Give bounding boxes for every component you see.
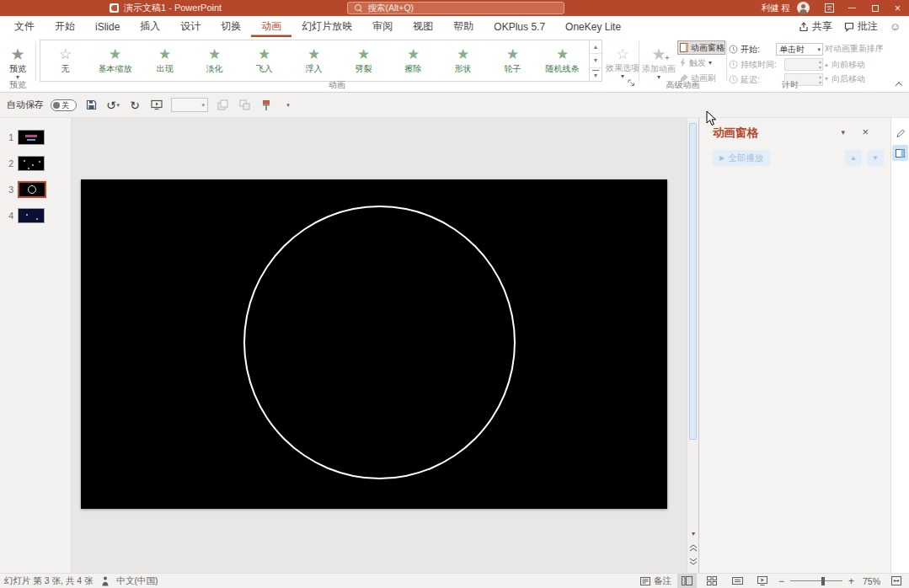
animation-shape[interactable]: ★ 形状 [438, 40, 488, 81]
timing-group-label: 计时 [727, 79, 853, 91]
gallery-scroll-down-button[interactable]: ▾ [590, 54, 602, 67]
start-label: 开始: [741, 44, 760, 56]
notes-button[interactable]: 备注 [640, 575, 671, 587]
powerpoint-window: 演示文稿1 - PowerPoint 搜索(Alt+Q) 利健 程 × 文件 开… [0, 0, 909, 588]
pane-options-chevron-icon[interactable]: ▾ [841, 128, 845, 136]
slide-3-thumbnail[interactable] [18, 181, 46, 198]
user-avatar[interactable] [797, 2, 810, 14]
tab-design[interactable]: 设计 [170, 16, 211, 37]
tab-file[interactable]: 文件 [4, 16, 45, 37]
zoom-slider[interactable] [790, 576, 842, 586]
scrollbar-thumb[interactable] [689, 123, 697, 440]
animation-random-bars[interactable]: ★ 随机线条 [537, 40, 587, 81]
trigger-button[interactable]: 触发 ▾ [677, 56, 725, 70]
side-strip [890, 118, 909, 573]
redo-button[interactable]: ↻ [127, 97, 142, 114]
animation-basic-zoom[interactable]: ★ 基本缩放 [90, 40, 140, 81]
feedback-smiley-icon[interactable]: ☺ [890, 20, 901, 33]
tab-transitions[interactable]: 切换 [211, 16, 251, 37]
slide-4-row[interactable]: 4 [0, 205, 71, 227]
slide-2-thumbnail[interactable] [18, 156, 45, 171]
minimize-button[interactable] [841, 0, 864, 16]
animation-wheel[interactable]: ★ 轮子 [488, 40, 537, 81]
duration-spinner[interactable]: ▴▾ [784, 58, 823, 71]
zoom-out-button[interactable]: − [778, 576, 784, 586]
normal-view-button[interactable] [677, 574, 697, 588]
scroll-down-button[interactable]: ▾ [687, 527, 699, 539]
group-objects-button[interactable] [237, 97, 252, 114]
reorder-down-button[interactable]: ▼ [867, 150, 884, 166]
tab-insert[interactable]: 插入 [130, 16, 170, 37]
tab-islide[interactable]: iSlide [85, 16, 130, 37]
tab-help[interactable]: 帮助 [443, 16, 484, 37]
animation-wipe[interactable]: ★ 擦除 [388, 40, 438, 81]
animation-dialog-launcher[interactable] [628, 78, 635, 89]
undo-button[interactable]: ↺ ▾ [105, 97, 120, 114]
entrance-star-icon: ★ [258, 47, 270, 62]
maximize-button[interactable] [864, 0, 886, 16]
share-button[interactable]: 共享 [799, 19, 832, 34]
slideshow-view-button[interactable] [753, 574, 773, 588]
arrange-objects-button[interactable] [215, 97, 230, 114]
format-painter-button[interactable] [259, 97, 274, 114]
active-pane-tab-button[interactable] [892, 145, 908, 161]
tab-slideshow[interactable]: 幻灯片放映 [291, 16, 362, 37]
animation-pane: 动画窗格 ▾ × ▶ 全部播放 ▲ ▼ [698, 118, 890, 573]
start-slideshow-button[interactable] [149, 97, 164, 114]
collapse-ribbon-button[interactable] [894, 80, 904, 88]
close-button[interactable]: × [886, 0, 909, 16]
slide-editing-area[interactable] [72, 118, 687, 573]
chevron-up-icon [896, 82, 902, 88]
move-earlier-button[interactable]: ▴ 向前移动 [825, 58, 909, 71]
next-slide-button[interactable] [687, 555, 699, 567]
customize-qat-button[interactable]: ▾ [281, 97, 296, 114]
tab-onekey-lite[interactable]: OneKey Lite [555, 16, 631, 37]
search-box[interactable]: 搜索(Alt+Q) [347, 2, 564, 14]
autosave-label: 自动保存 [7, 99, 44, 111]
start-dropdown[interactable]: 单击时 ▾ [776, 43, 823, 56]
ribbon-display-options-button[interactable] [818, 0, 841, 16]
animation-appear[interactable]: ★ 出现 [140, 40, 190, 81]
tab-view[interactable]: 视图 [403, 16, 443, 37]
slide-number: 4 [0, 211, 13, 221]
language-indicator[interactable]: 中文(中国) [117, 575, 158, 587]
fit-slide-to-window-button[interactable] [886, 574, 906, 588]
tab-home[interactable]: 开始 [45, 16, 85, 37]
save-button[interactable] [83, 97, 99, 114]
share-icon [799, 22, 809, 32]
previous-slide-button[interactable] [687, 542, 699, 553]
autosave-toggle[interactable]: 关 [51, 99, 77, 111]
user-name[interactable]: 利健 程 [762, 3, 790, 14]
slide-canvas[interactable] [81, 179, 667, 509]
slide-thumbnails-panel: 1 2 3 4 [0, 118, 72, 573]
slide-sorter-view-button[interactable] [703, 574, 722, 588]
slide-4-thumbnail[interactable] [18, 208, 45, 223]
animation-split[interactable]: ★ 劈裂 [339, 40, 388, 81]
tab-animations[interactable]: 动画 [251, 16, 291, 37]
pane-close-icon[interactable]: × [862, 126, 869, 138]
vertical-scrollbar[interactable]: ▾ [687, 118, 698, 573]
play-all-button[interactable]: ▶ 全部播放 [713, 150, 770, 166]
reorder-up-button[interactable]: ▲ [845, 150, 862, 166]
slide-2-row[interactable]: 2 [0, 152, 71, 174]
animation-pane-toggle-button[interactable]: 动画窗格 [677, 40, 725, 55]
comments-button[interactable]: 批注 [844, 19, 878, 34]
animation-fly-in[interactable]: ★ 飞入 [239, 40, 289, 81]
pencil-icon[interactable] [896, 128, 906, 138]
tab-okplus[interactable]: OKPlus 5.7 [484, 16, 555, 37]
qat-combobox[interactable]: ▾ [171, 98, 208, 112]
animation-float-in[interactable]: ★ 浮入 [289, 40, 339, 81]
tab-review[interactable]: 审阅 [362, 16, 403, 37]
animation-fade[interactable]: ★ 淡化 [190, 40, 239, 81]
circle-shape[interactable] [243, 206, 516, 479]
zoom-level[interactable]: 75% [860, 576, 880, 586]
accessibility-person-icon[interactable] [101, 576, 110, 586]
zoom-slider-thumb[interactable] [821, 577, 825, 585]
zoom-in-button[interactable]: + [848, 576, 854, 586]
slide-1-thumbnail[interactable] [18, 130, 45, 145]
gallery-scroll-up-button[interactable]: ▴ [590, 40, 602, 54]
animation-none[interactable]: ☆ 无 [40, 40, 90, 81]
slide-1-row[interactable]: 1 [0, 126, 71, 148]
reading-view-button[interactable] [728, 574, 747, 588]
slide-3-row-selected[interactable]: 3 [0, 179, 71, 200]
